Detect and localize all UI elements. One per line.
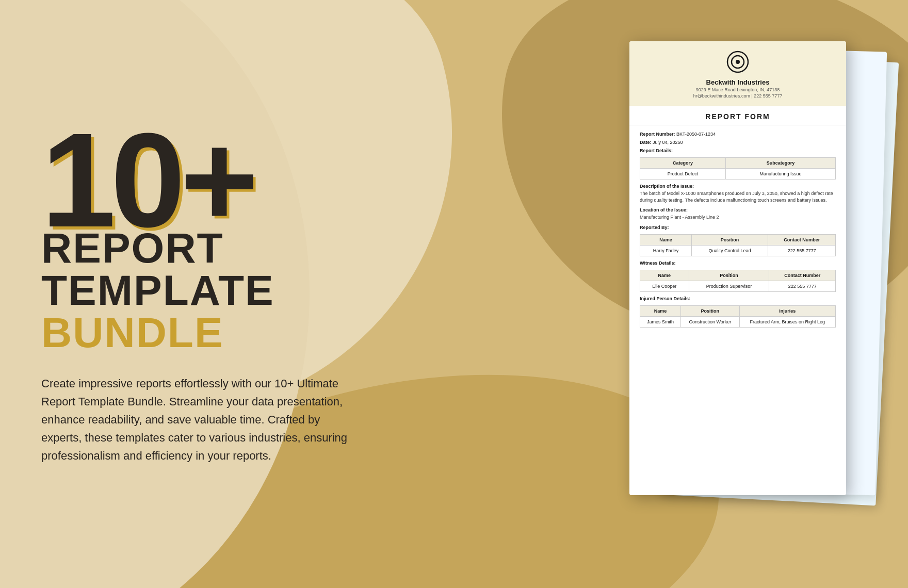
cat-cell-2: Manufacturing Issue <box>726 169 836 179</box>
date-value: July 04, 20250 <box>653 140 683 145</box>
table-row: Product Defect Manufacturing Issue <box>640 169 836 179</box>
report-details-label: Report Details: <box>640 148 836 153</box>
doc-body: Report Number: BKT-2050-07-1234 Date: Ju… <box>629 125 846 338</box>
company-name: Beckwith Industries <box>640 78 836 86</box>
documents-area: Beckwith Industries 9029 E Mace Road Lex… <box>629 41 877 531</box>
inj-name: James Smith <box>640 316 681 327</box>
table-row: Harry Farley Quality Control Lead 222 55… <box>640 245 836 256</box>
rep-header-name: Name <box>640 234 692 245</box>
injured-table: Name Position Injuries James Smith Const… <box>640 305 836 328</box>
doc-title: REPORT FORM <box>640 112 836 121</box>
rep-header-contact: Contact Number <box>768 234 836 245</box>
cat-cell-1: Product Defect <box>640 169 726 179</box>
company-address: 9029 E Mace Road Lexington, IN, 47138 <box>640 87 836 92</box>
reported-by-table: Name Position Contact Number Harry Farle… <box>640 234 836 256</box>
report-number-label: Report Number: <box>640 132 675 137</box>
description-label: Description of the Issue: <box>640 184 836 189</box>
witness-table: Name Position Contact Number Elle Cooper… <box>640 270 836 292</box>
report-line: REPORT <box>41 227 428 269</box>
wit-header-position: Position <box>689 270 769 281</box>
category-table: Category Subcategory Product Defect Manu… <box>640 157 836 179</box>
wit-contact: 222 555 7777 <box>769 281 836 291</box>
location-label: Location of the Issue: <box>640 207 836 213</box>
doc-header: Beckwith Industries 9029 E Mace Road Lex… <box>629 41 846 106</box>
svg-point-2 <box>736 60 740 64</box>
inj-header-position: Position <box>681 305 739 316</box>
rep-name: Harry Farley <box>640 245 692 256</box>
left-content: 10+ REPORT TEMPLATE BUNDLE Create impres… <box>41 0 428 588</box>
table-row: Elle Cooper Production Supervisor 222 55… <box>640 281 836 291</box>
date-label: Date: <box>640 140 652 145</box>
main-document: Beckwith Industries 9029 E Mace Road Lex… <box>629 41 846 495</box>
wit-header-contact: Contact Number <box>769 270 836 281</box>
reported-by-label: Reported By: <box>640 225 836 230</box>
inj-injuries: Fractured Arm, Bruises on Right Leg <box>739 316 835 327</box>
bundle-line: BUNDLE <box>41 312 428 354</box>
date-field: Date: July 04, 20250 <box>640 140 836 145</box>
template-line: TEMPLATE <box>41 269 428 312</box>
hero-description: Create impressive reports effortlessly w… <box>41 374 351 465</box>
report-number-field: Report Number: BKT-2050-07-1234 <box>640 132 836 137</box>
wit-position: Production Supervisor <box>689 281 769 291</box>
location-content: Manufacturing Plant - Assembly Line 2 <box>640 214 836 221</box>
company-contact: hr@beckwithindustries.com | 222 555 7777 <box>640 93 836 99</box>
cat-header-1: Category <box>640 158 726 169</box>
injured-label: Injured Person Details: <box>640 296 836 301</box>
doc-title-area: REPORT FORM <box>629 106 846 125</box>
cat-header-2: Subcategory <box>726 158 836 169</box>
company-logo-icon <box>726 51 749 73</box>
description-content: The batch of Model X-1000 smartphones pr… <box>640 190 836 203</box>
hero-title-lines: REPORT TEMPLATE BUNDLE <box>41 237 428 354</box>
report-details-text: Report Details: <box>640 148 673 153</box>
inj-position: Construction Worker <box>681 316 739 327</box>
rep-header-position: Position <box>691 234 768 245</box>
wit-header-name: Name <box>640 270 689 281</box>
inj-header-injuries: Injuries <box>739 305 835 316</box>
hero-number-container: 10+ <box>41 123 428 237</box>
rep-position: Quality Control Lead <box>691 245 768 256</box>
report-number-value: BKT-2050-07-1234 <box>676 132 716 137</box>
rep-contact: 222 555 7777 <box>768 245 836 256</box>
wit-name: Elle Cooper <box>640 281 689 291</box>
witness-label: Witness Details: <box>640 260 836 266</box>
inj-header-name: Name <box>640 305 681 316</box>
table-row: James Smith Construction Worker Fracture… <box>640 316 836 327</box>
